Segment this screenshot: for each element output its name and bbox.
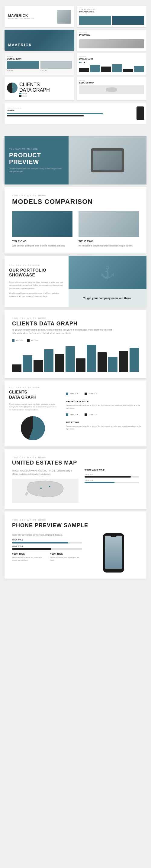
thumb-title-slide[interactable]: MAVERICK PRESENTATION TEMPLATE [4, 6, 74, 27]
chart-bars [12, 342, 139, 372]
thumb-bar2 [7, 115, 84, 117]
phone-content: That's why we're small, so you're are, s… [12, 533, 139, 572]
svg-point-0 [40, 488, 42, 489]
model-col-1: TITLE ONE We'll discover a complete arra… [12, 211, 73, 247]
thumb-model-img1 [7, 61, 39, 69]
product-you-can-label: YOU CAN WRITE HERE [9, 148, 64, 150]
phone-description: That's why we're small, so you're are, s… [12, 533, 82, 536]
map-bar1-track [84, 476, 139, 477]
map-bar2-label: YOUR TITLE [84, 479, 139, 481]
phone-two-col: YOUR TITLE That's why we're small, so yo… [12, 553, 82, 564]
thumb-clients-pie-title: DATA GRAPH [19, 87, 72, 93]
dot-square-a [66, 393, 68, 395]
thumb-portfolio[interactable]: OUR PORTFOLIO SHOWCASE [77, 6, 147, 27]
phone-bar1-track [12, 542, 82, 544]
entry1-title: WRITE YOUR TITLE [66, 400, 142, 403]
bar1 [79, 68, 89, 72]
thumb-bar1 [7, 113, 103, 114]
phone-col1: YOUR TITLE That's why we're small, so yo… [12, 553, 44, 564]
legend-label-b: TITLE B [31, 340, 38, 341]
slide-map: YOU CAN WRITE HERE UNITED ESTATES MAP TO… [4, 449, 147, 509]
map-right-panel: WRITE YOUR TITLE YOUR TITLE YOUR TITLE [84, 469, 139, 503]
thumb-clients-label: CLIENTS [79, 56, 144, 57]
entry2-title: TITLE TWO [66, 421, 142, 424]
thumb-phone-title: SAMPLE [7, 110, 135, 111]
chart-bar-12 [129, 348, 139, 372]
thumb-map-visual [79, 85, 144, 94]
product-description: We offer small businesses a complete arr… [9, 167, 64, 173]
map-write-title: WRITE YOUR TITLE [84, 469, 139, 471]
phone-screen [105, 536, 122, 569]
slides-section: YOU CAN WRITE HERE PRODUCT PREVIEW We of… [0, 131, 151, 584]
bar6 [134, 66, 144, 72]
product-right-panel [69, 136, 147, 185]
legend-text-a: TITLE A [22, 93, 27, 94]
chart-bar-11 [119, 351, 128, 372]
thumb-maverick-hero[interactable]: MAVERICK [4, 30, 74, 51]
chart-bar-3 [34, 360, 43, 372]
model-col-2: TITLE TWO We'll discover a complete arra… [78, 211, 139, 247]
chart-bar-5 [55, 354, 64, 372]
bar-chart-area [12, 342, 139, 372]
portfolio-desc1: To get your company's name out there, yo… [9, 281, 64, 290]
product-left-panel: YOU CAN WRITE HERE PRODUCT PREVIEW We of… [4, 136, 69, 185]
thumb-model-label2: TITLE TWO [40, 69, 72, 71]
data-legend-group2: TITLE A TITLE B [66, 413, 142, 417]
legend-square-a [12, 339, 14, 342]
dot-square-a2 [66, 413, 68, 416]
chart-bar-7 [76, 359, 85, 372]
phone-col2-desc: That's why we're are, simply put, the be… [50, 556, 82, 562]
phone-left-panel: That's why we're small, so you're are, s… [12, 533, 82, 572]
data-legend-group: TITLE A TITLE B [66, 393, 142, 397]
thumbnail-grid: MAVERICK PRESENTATION TEMPLATE OUR PORTF… [4, 6, 147, 124]
clients-graph-title: CLIENTS DATA GRAPH [12, 320, 139, 327]
pie-chart-large [21, 416, 45, 440]
data-entry-1: WRITE YOUR TITLE To get your company's p… [66, 400, 142, 410]
chart-bar-6 [66, 346, 75, 372]
thumb-maverick-name: MAVERICK [8, 43, 32, 47]
thumb-product-title: PREVIEW [79, 34, 144, 36]
phone-bar-group-2: YOUR TITLE [12, 545, 82, 550]
map-title: UNITED ESTATES MAP [12, 460, 139, 466]
model-desc-2: We'll discover a complete array of onlin… [78, 244, 139, 247]
portfolio-tagline: To get your company name out there. [83, 297, 132, 300]
map-visual [12, 479, 78, 503]
legend-header-a2: TITLE A [66, 413, 78, 416]
thumb-map-label: UNITED [79, 80, 144, 81]
thumb-model-label1: TITLE ONE [7, 69, 39, 71]
phone-col2-title: YOUR TITLE [50, 553, 82, 555]
thumb-person-image [57, 10, 71, 24]
thumb-models[interactable]: MODELS COMPARISON TITLE ONE TITLE TWO [4, 53, 74, 75]
thumb-product-preview[interactable]: PRODUCT PREVIEW [77, 30, 147, 51]
thumb-legend-a: A [81, 62, 82, 63]
clients-graph2-right: TITLE A TITLE B WRITE YOUR TITLE To get … [61, 380, 147, 446]
phone-bar2-fill [12, 548, 51, 550]
tablet-screen [93, 151, 122, 170]
thumb-phone-device [137, 106, 144, 120]
dot-square-b [84, 393, 87, 395]
phone-top-label: YOU CAN WRITE HERE [12, 519, 139, 521]
models-top-label: YOU CAN WRITE HERE [12, 194, 139, 196]
thumb-phone[interactable]: PHONE PREVIEW SAMPLE [4, 102, 147, 124]
phone-bar2-label: YOUR TITLE [12, 545, 82, 547]
chart-bar-8 [87, 345, 96, 372]
legend-item-b: TITLE B [27, 339, 38, 342]
map-bar1-fill [84, 476, 131, 477]
thumb-brand-name: MAVERICK [8, 13, 34, 17]
thumb-clients-pie[interactable]: CLIENTS DATA GRAPH TITLE A TITLE B [4, 77, 74, 100]
models-title: MODELS COMPARISON [12, 198, 139, 206]
map-description: TO GET YOUR COMPANY'S NAME OUT THERE. Co… [12, 469, 78, 476]
chart-bar-1 [12, 365, 22, 372]
phone-col1-desc: That's why we're small, so you're are, s… [12, 556, 44, 562]
thumb-clients-pie-label: CLIENTS [19, 82, 72, 87]
thumb-clients-bar[interactable]: CLIENTS DATA GRAPH A B [77, 53, 147, 75]
thumb-map[interactable]: UNITED ESTATES MAP [77, 77, 147, 100]
phone-col1-title: YOUR TITLE [12, 553, 44, 555]
clients-graph2-label: YOU CAN WRITE HERE [9, 386, 57, 388]
thumb-model-img2 [40, 61, 72, 69]
svg-point-1 [49, 486, 50, 487]
phone-col2: YOUR TITLE That's why we're are, simply … [50, 553, 82, 564]
map-left-panel: TO GET YOUR COMPANY'S NAME OUT THERE. Co… [12, 469, 78, 503]
phone-bar1-fill [12, 542, 68, 544]
legend-text-b: TITLE B [22, 95, 27, 97]
